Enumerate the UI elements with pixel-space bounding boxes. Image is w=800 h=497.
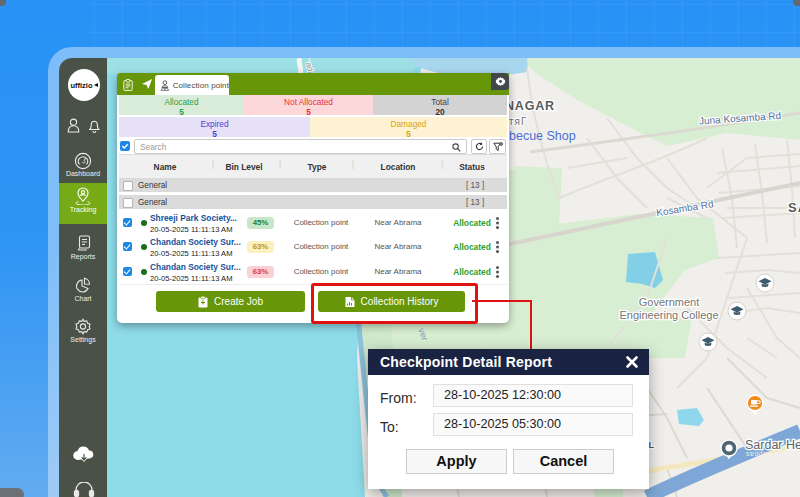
svg-text:NAGAR: NAGAR: [505, 99, 555, 113]
svg-text:Government: Government: [639, 296, 700, 308]
svg-text:becue Shop: becue Shop: [509, 129, 576, 143]
svg-text:Engineering College: Engineering College: [619, 309, 718, 321]
svg-text:тяΓ: тяΓ: [509, 116, 528, 127]
svg-text:SA: SA: [788, 200, 800, 215]
svg-text:sɐɖdɐɖ ɥᴀɪʜs: sɐɖdɐɖ ɥᴀɪʜs: [746, 450, 794, 458]
